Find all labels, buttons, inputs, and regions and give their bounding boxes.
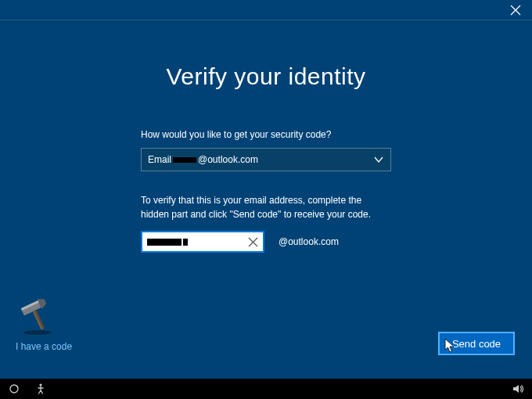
method-select[interactable]: Email @outlook.com bbox=[141, 148, 391, 171]
have-code-link[interactable]: I have a code bbox=[16, 341, 72, 352]
email-value bbox=[147, 239, 248, 246]
chevron-down-icon bbox=[373, 154, 384, 165]
send-code-button[interactable]: Send code bbox=[438, 332, 515, 355]
select-suffix: @outlook.com bbox=[198, 154, 258, 165]
hammer-icon bbox=[17, 294, 58, 335]
redacted-text bbox=[183, 239, 188, 246]
page-title: Verify your identity bbox=[0, 63, 532, 90]
accessibility-icon[interactable] bbox=[34, 383, 47, 395]
form-block: How would you like to get your security … bbox=[141, 129, 391, 253]
select-prefix: Email bbox=[148, 154, 171, 165]
redacted-text bbox=[147, 239, 182, 246]
email-row: @outlook.com bbox=[141, 231, 391, 253]
volume-icon[interactable] bbox=[512, 383, 524, 395]
close-icon[interactable] bbox=[510, 5, 521, 16]
svg-point-4 bbox=[23, 330, 52, 335]
svg-point-6 bbox=[39, 383, 41, 386]
email-domain-suffix: @outlook.com bbox=[279, 236, 339, 247]
bottom-bar bbox=[0, 379, 532, 399]
email-input[interactable] bbox=[141, 231, 264, 253]
verify-instruction: To verify that this is your email addres… bbox=[141, 193, 391, 221]
title-bar bbox=[0, 0, 532, 20]
clear-icon[interactable] bbox=[248, 237, 258, 247]
main-panel: Verify your identity How would you like … bbox=[0, 20, 532, 379]
redacted-text bbox=[173, 157, 196, 163]
power-icon[interactable] bbox=[8, 383, 20, 395]
method-label: How would you like to get your security … bbox=[141, 129, 391, 140]
